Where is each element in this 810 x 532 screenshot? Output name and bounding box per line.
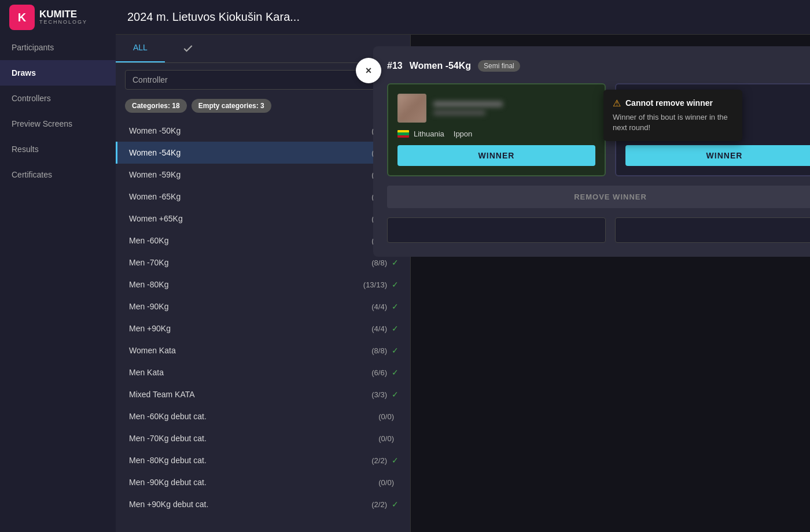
category-check-icon: ✓ [392, 280, 399, 289]
empty-categories-badge: Empty categories: 3 [192, 99, 271, 113]
category-item[interactable]: Men Kata (6/6) ✓ [116, 361, 410, 383]
logo-icon: K [9, 5, 35, 30]
winner-button-left[interactable]: WINNER [397, 145, 595, 166]
category-item[interactable]: Women -54Kg (4/4) ✓ [116, 142, 410, 164]
category-item[interactable]: Men +90Kg (4/4) ✓ [116, 317, 410, 339]
sidebar-item-participants[interactable]: Participants [0, 35, 116, 60]
stats-row: Categories: 18 Empty categories: 3 [116, 97, 410, 120]
sidebar-item-draws[interactable]: Draws [0, 60, 116, 86]
fighters-row: Lithuania Ippon WINNER [387, 83, 810, 176]
tooltip-body: Winner of this bout is winner in the nex… [613, 112, 733, 133]
fighter-name-left-blurred [433, 101, 503, 107]
close-button[interactable]: × [356, 58, 381, 83]
fighter-country-left: Lithuania Ippon [397, 130, 595, 138]
left-panel: ALL Controller ▾ Categories: 18 Empty ca… [116, 35, 411, 532]
category-name: Men -80Kg [129, 280, 363, 289]
category-name: Men -90Kg [129, 302, 371, 311]
sidebar-item-preview-screens[interactable]: Preview Screens [0, 111, 116, 136]
right-panel: × #13 Women -54Kg Semi final [411, 35, 810, 532]
page-title: 2024 m. Lietuvos Kiokušin Kara... [127, 10, 300, 24]
logo: K KUMITE TECHNOLOGY [0, 0, 116, 35]
winner-button-right[interactable]: WINNER [625, 145, 810, 166]
category-name: Men +90Kg debut cat. [129, 500, 371, 509]
category-check-icon: ✓ [392, 500, 399, 509]
sidebar-item-controllers[interactable]: Controllers [0, 86, 116, 111]
category-item[interactable]: Mixed Team KATA (3/3) ✓ [116, 383, 410, 405]
modal-overlay: × #13 Women -54Kg Semi final [411, 35, 810, 532]
tab-all[interactable]: ALL [116, 35, 165, 62]
category-item[interactable]: Women -59Kg (5/5) ✓ [116, 164, 410, 186]
category-count: (2/2) [371, 500, 387, 509]
category-item[interactable]: Men -70Kg debut cat. (0/0) [116, 427, 410, 449]
category-count: (8/8) [371, 346, 387, 355]
remove-winner-button[interactable]: REMOVE WINNER [387, 186, 810, 208]
brand-sub: TECHNOLOGY [39, 20, 87, 25]
category-check-icon: ✓ [392, 390, 399, 399]
check-tab-icon [182, 43, 194, 54]
category-count: (0/0) [378, 412, 394, 421]
category-item[interactable]: Men -70Kg (8/8) ✓ [116, 252, 410, 274]
category-item[interactable]: Men -60Kg (5/5) ✓ [116, 230, 410, 252]
category-item[interactable]: Women Kata (8/8) ✓ [116, 339, 410, 361]
category-item[interactable]: Men -80Kg debut cat. (2/2) ✓ [116, 449, 410, 471]
category-count: (4/4) [371, 324, 387, 333]
main-area: 2024 m. Lietuvos Kiokušin Kara... ALL Co… [116, 0, 810, 532]
category-check-icon: ✓ [392, 368, 399, 377]
category-count: (6/6) [371, 368, 387, 377]
category-item[interactable]: Men -80Kg (13/13) ✓ [116, 274, 410, 295]
tooltip-header: ⚠ Cannot remove winner [613, 98, 733, 109]
sidebar-item-certificates[interactable]: Certificates [0, 162, 116, 187]
category-item[interactable]: Men +90Kg debut cat. (2/2) ✓ [116, 493, 410, 515]
bout-number: #13 [387, 61, 403, 71]
category-count: (3/3) [371, 390, 387, 399]
warning-icon: ⚠ [613, 98, 621, 109]
remove-winner-row: REMOVE WINNER [387, 186, 810, 208]
category-item[interactable]: Men -90Kg (4/4) ✓ [116, 295, 410, 317]
category-name: Women -50Kg [129, 126, 371, 135]
sidebar-nav: Participants Draws Controllers Preview S… [0, 35, 116, 187]
category-name: Men -80Kg debut cat. [129, 456, 371, 465]
category-check-icon: ✓ [392, 456, 399, 465]
category-check-icon: ✓ [392, 302, 399, 311]
modal-dialog: #13 Women -54Kg Semi final [373, 46, 810, 257]
category-list: Women -50Kg (3/3) ✓ Women -54Kg (4/4) ✓ … [116, 120, 410, 532]
score-left: Ippon [454, 130, 473, 138]
category-name: Women -54Kg [129, 148, 371, 157]
sidebar: K KUMITE TECHNOLOGY Participants Draws C… [0, 0, 116, 532]
category-name: Men -60Kg debut cat. [129, 412, 378, 421]
modal-header: #13 Women -54Kg Semi final [387, 60, 810, 72]
category-name: Men -70Kg [129, 258, 371, 267]
category-name: Men +90Kg [129, 324, 371, 333]
score-inputs-row [387, 217, 810, 243]
brand-name: KUMITE [39, 9, 87, 20]
category-name: Women Kata [129, 346, 371, 355]
category-count: (4/4) [371, 302, 387, 311]
category-name: Men -60Kg [129, 236, 371, 245]
tab-check[interactable] [165, 35, 211, 62]
category-item[interactable]: Men -60Kg debut cat. (0/0) [116, 405, 410, 427]
fighter-card-left: Lithuania Ippon WINNER [387, 83, 606, 176]
category-name: Women -59Kg [129, 170, 371, 179]
fighter-avatar-left [397, 94, 426, 123]
category-count: (0/0) [378, 478, 394, 487]
category-name: Men -90Kg debut cat. [129, 478, 378, 487]
category-count: (2/2) [371, 456, 387, 465]
category-name: Men Kata [129, 368, 371, 377]
category-count: (0/0) [378, 434, 394, 443]
category-count: (8/8) [371, 258, 387, 267]
country-left: Lithuania [414, 130, 444, 138]
category-item[interactable]: Men -90Kg debut cat. (0/0) [116, 471, 410, 493]
score-input-left[interactable] [387, 217, 606, 243]
round-badge: Semi final [478, 60, 520, 72]
category-item[interactable]: Women -65Kg (9/9) ✓ [116, 186, 410, 208]
category-item[interactable]: Women -50Kg (3/3) ✓ [116, 120, 410, 142]
score-input-right[interactable] [615, 217, 810, 243]
sidebar-item-results[interactable]: Results [0, 136, 116, 162]
modal-category: Women -54Kg [410, 61, 471, 71]
fighter-club-left-blurred [433, 110, 485, 115]
cannot-remove-tooltip: ⚠ Cannot remove winner Winner of this bo… [603, 90, 742, 141]
category-name: Men -70Kg debut cat. [129, 434, 378, 443]
category-check-icon: ✓ [392, 324, 399, 333]
category-item[interactable]: Women +65Kg (7/7) ✓ [116, 208, 410, 230]
category-check-icon: ✓ [392, 346, 399, 355]
